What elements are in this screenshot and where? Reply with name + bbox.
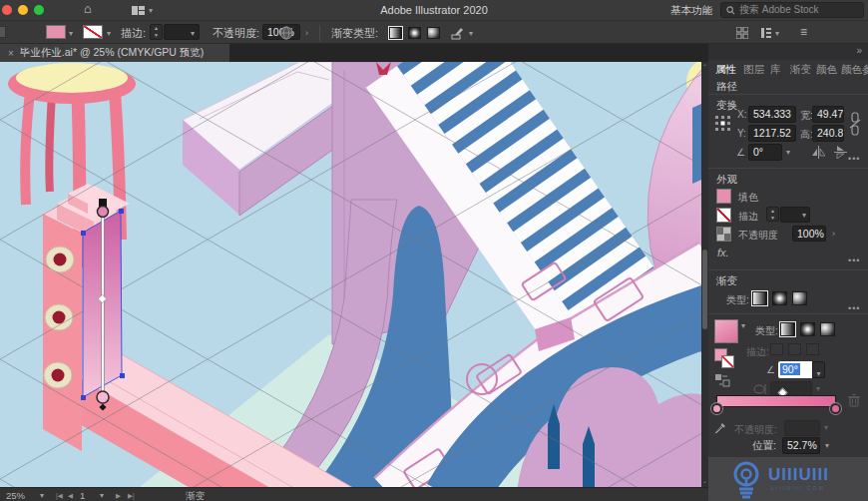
document-arrangement-icon[interactable] [760, 27, 772, 39]
stroke-weight-stepper[interactable]: ▲▼ [150, 24, 163, 40]
minimize-window-button[interactable] [18, 5, 28, 15]
reverse-gradient-icon[interactable] [714, 373, 730, 387]
gradient-type-label: 类型: [726, 293, 749, 307]
first-artboard-icon[interactable]: |◀ [56, 492, 63, 500]
more-options-icon[interactable]: ••• [848, 303, 860, 313]
freeform-gradient-button[interactable] [820, 322, 835, 336]
stroke-along-button [788, 343, 801, 355]
chevron-down-icon[interactable]: ▾ [825, 441, 829, 450]
gradient-preview-swatch[interactable] [714, 319, 738, 343]
linear-gradient-button[interactable] [389, 27, 402, 39]
tab-color[interactable]: 颜色 [816, 63, 837, 77]
right-panel: » 属性 图层 库 渐变 颜色 颜色参 路径 变换 X: 534.333 宽: … [708, 44, 868, 501]
tab-gradient[interactable]: 渐变 [790, 63, 811, 77]
gradient-stop-right[interactable] [830, 403, 841, 414]
edit-gradient-icon[interactable] [451, 26, 465, 40]
close-window-button[interactable] [2, 5, 12, 15]
last-artboard-icon[interactable]: ▶| [128, 492, 135, 500]
height-field[interactable]: 240.89 px [812, 125, 844, 142]
stroke-color-swatch[interactable] [83, 25, 103, 39]
y-field[interactable]: 1217.52 [748, 125, 796, 142]
chevron-down-icon[interactable]: ▾ [775, 29, 779, 38]
stroke-within-button [770, 343, 783, 355]
close-tab-icon[interactable]: × [8, 48, 14, 59]
zoom-level[interactable]: 25% [6, 490, 25, 501]
chevron-right-icon[interactable]: › [305, 28, 308, 38]
chevron-down-icon[interactable]: ▾ [741, 321, 745, 330]
arrange-documents-icon[interactable] [132, 6, 145, 15]
more-options-icon[interactable]: ••• [848, 255, 860, 265]
tab-layers[interactable]: 图层 [743, 63, 764, 77]
gradient-stop-left[interactable] [711, 403, 722, 414]
prev-artboard-icon[interactable]: ◀ [68, 492, 73, 500]
tab-properties[interactable]: 属性 [715, 63, 736, 77]
gradient-slider-bar[interactable] [716, 395, 836, 407]
next-artboard-icon[interactable]: ▶ [116, 492, 121, 500]
tab-libraries[interactable]: 库 [770, 63, 781, 77]
collapse-panel-icon[interactable]: » [856, 45, 862, 56]
chevron-down-icon[interactable]: ▾ [802, 211, 806, 220]
linear-gradient-button[interactable] [780, 322, 795, 336]
current-tool-name: 渐变 [186, 490, 205, 501]
flip-horizontal-icon[interactable] [812, 146, 825, 159]
app-title: Adobe Illustrator 2020 [284, 4, 584, 16]
maximize-window-button[interactable] [34, 5, 44, 15]
stop-opacity-label: 不透明度: [734, 423, 777, 437]
vertical-scrollbar[interactable]: ⌃ ⌄ [701, 62, 708, 487]
linear-gradient-button[interactable] [752, 291, 767, 305]
x-field[interactable]: 534.333 [748, 106, 796, 123]
angle-dropdown-button[interactable]: ▾ [812, 361, 825, 378]
freeform-gradient-button[interactable] [427, 27, 440, 39]
location-field[interactable]: 52.7% [782, 437, 820, 454]
arrange-icon[interactable] [736, 27, 748, 39]
chevron-down-icon[interactable]: ▾ [191, 29, 195, 38]
chevron-down-icon: ▾ [149, 6, 153, 15]
rotate-field[interactable]: 0° [748, 144, 782, 161]
document-tab[interactable]: × 毕业作业.ai* @ 25% (CMYK/GPU 预览) [0, 44, 229, 62]
radial-gradient-button[interactable] [772, 291, 787, 305]
chevron-down-icon[interactable]: ▾ [69, 29, 73, 38]
stroke-weight-label: 描边: [121, 26, 146, 41]
stock-search-box[interactable]: 搜索 Adobe Stock [720, 2, 864, 18]
chevron-down-icon[interactable]: ▾ [100, 491, 104, 500]
freeform-gradient-button[interactable] [792, 291, 807, 305]
radial-gradient-button[interactable] [800, 322, 815, 336]
canvas[interactable] [0, 62, 701, 487]
link-dimensions-icon[interactable] [848, 112, 862, 138]
chevron-down-icon[interactable]: ▾ [469, 29, 473, 38]
radial-gradient-button[interactable] [408, 27, 421, 39]
gradient-sphere-icon[interactable] [279, 26, 293, 40]
chevron-down-icon[interactable]: ▾ [786, 148, 790, 157]
flip-vertical-icon[interactable] [834, 146, 847, 159]
eyedropper-icon[interactable] [714, 421, 727, 434]
more-options-icon[interactable]: ••• [848, 154, 860, 164]
stroke-swatch[interactable] [716, 208, 731, 223]
stroke-weight-stepper[interactable]: ▲▼ [766, 207, 779, 222]
artboard-number[interactable]: 1 [80, 490, 85, 501]
reference-point-icon[interactable] [715, 116, 730, 131]
divider [319, 25, 320, 41]
gradient-stop-handle[interactable] [98, 207, 109, 218]
scrollbar-thumb[interactable] [702, 250, 707, 329]
width-field[interactable]: 49.473 px [812, 106, 844, 123]
chevron-right-icon[interactable]: › [832, 229, 835, 239]
fx-button[interactable]: fx. [717, 247, 729, 258]
scroll-up-icon[interactable]: ⌃ [701, 63, 708, 70]
chevron-down-icon[interactable]: ▾ [107, 29, 111, 38]
tab-color-guide[interactable]: 颜色参 [841, 63, 868, 77]
opacity-swatch[interactable] [716, 227, 731, 242]
gradient-stop-handle[interactable] [97, 391, 109, 403]
home-icon[interactable]: ⌂ [84, 1, 92, 16]
fill-swatch[interactable] [716, 189, 731, 204]
menu-icon[interactable]: ≡ [800, 25, 807, 39]
fill-color-swatch[interactable] [46, 25, 66, 39]
chevron-down-icon[interactable]: ▾ [40, 491, 44, 500]
scroll-down-icon[interactable]: ⌄ [701, 477, 708, 484]
opacity-field[interactable]: 100% [792, 226, 826, 242]
search-placeholder: 搜索 Adobe Stock [739, 3, 818, 17]
gradient-stroke-proxy[interactable] [721, 355, 734, 368]
location-label: 位置: [752, 439, 776, 453]
panel-bottom-area: UIIIUIII UIIIUIII.COM [708, 457, 868, 501]
gradient-angle-field[interactable]: 90° [778, 361, 812, 378]
transform-title: 变换 [716, 99, 737, 113]
